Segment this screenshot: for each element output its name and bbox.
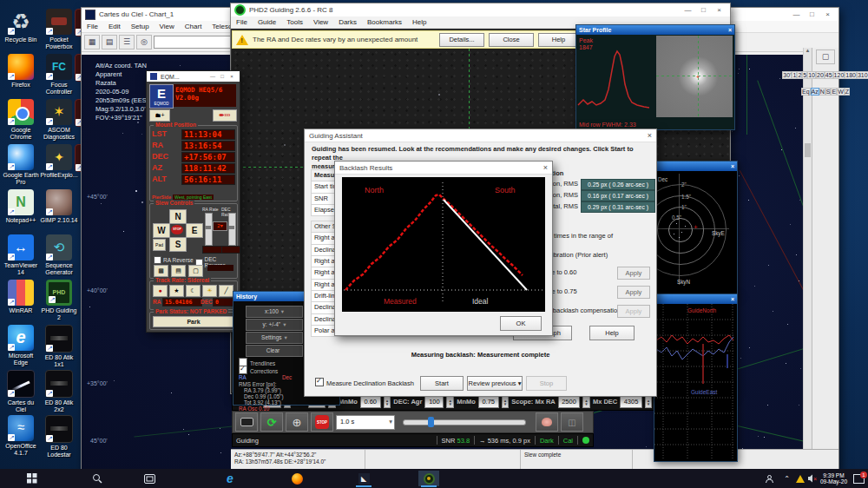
history-button-clear[interactable]: Clear xyxy=(246,345,303,357)
review-previous-dropdown[interactable]: Review previous ▾ xyxy=(467,376,523,391)
apply-button[interactable]: Apply xyxy=(617,305,650,318)
desktop-icon-openoffice-4-1-7[interactable]: OpenOffice 4.1.7 xyxy=(2,415,40,457)
backlash-titlebar[interactable]: Backlash Results× xyxy=(335,162,552,175)
fov-button-120[interactable]: 120 xyxy=(833,71,845,79)
dec-rate-slider[interactable] xyxy=(228,213,236,246)
cdc-menu-edit[interactable]: Edit xyxy=(103,21,126,32)
history-button-x[interactable]: x:100 xyxy=(246,306,303,318)
cdc-menu-view[interactable]: View xyxy=(155,21,180,32)
cdc-menu-chart[interactable]: Chart xyxy=(180,21,207,32)
ra-mnmo-input[interactable]: 0.60 xyxy=(360,395,381,408)
desktop-icon-sequence-generator[interactable]: Sequence Generator xyxy=(40,234,78,276)
eqmod-expand-button[interactable]: ✏››› xyxy=(213,109,237,122)
ra-rate-slider[interactable] xyxy=(205,213,213,246)
cdc-menu-setup[interactable]: Setup xyxy=(126,21,155,32)
measure-backlash-checkbox[interactable]: Measure Declination Backlash xyxy=(315,378,414,387)
track-lunar-button[interactable]: ☾ xyxy=(186,285,201,297)
phd2-menu-file[interactable]: File xyxy=(231,16,253,28)
desktop-icon-phd-guiding-2[interactable]: PHD Guiding 2 xyxy=(40,280,78,321)
desktop-icon-winrar[interactable]: WinRAR xyxy=(2,280,40,314)
chart-dir-button-n[interactable]: N xyxy=(819,88,825,96)
slew-option-button[interactable]: ▢ xyxy=(188,265,203,277)
desktop-icon-ed-80-lodestar[interactable]: ED 80 Lodestar xyxy=(40,415,78,458)
help-button[interactable]: Help xyxy=(538,33,579,47)
layers-icon[interactable]: ▤ xyxy=(102,35,117,49)
ga-stop-button[interactable]: Stop xyxy=(526,376,567,391)
eqmod-titlebar[interactable]: EQM... — □ × xyxy=(147,71,240,82)
ga-start-button[interactable]: Start xyxy=(420,376,464,391)
cdc-menu-file[interactable]: File xyxy=(82,21,103,32)
slew-option-button[interactable]: ▩ xyxy=(154,265,168,277)
corrections-checkbox[interactable]: Corrections xyxy=(239,366,278,374)
slew-pad-button[interactable]: Pad xyxy=(153,239,166,251)
ra-reverse-checkbox[interactable]: RA Reverse xyxy=(154,256,194,264)
close-icon[interactable]: × xyxy=(731,296,734,302)
desktop-icon-cartes-du-ciel[interactable]: Cartes du Ciel xyxy=(2,370,40,413)
taskbar-phd-button[interactable] xyxy=(418,471,439,486)
brain-button[interactable] xyxy=(536,412,558,432)
rate-dropdown[interactable]: 2▾ xyxy=(213,221,227,231)
track-solar-button[interactable]: ☀ xyxy=(202,285,217,297)
guide-graph-titlebar[interactable]: × xyxy=(654,294,737,304)
desktop-icon-google-chrome[interactable]: Google Chrome xyxy=(2,99,40,141)
slew-south-button[interactable]: S xyxy=(169,237,187,252)
volume-muted-icon[interactable]: × xyxy=(807,469,818,488)
chart-dir-button-z[interactable]: Z xyxy=(845,88,850,96)
phd2-titlebar[interactable]: PHD2 Guiding 2.6.6 - RC 8 — □ × xyxy=(231,3,730,16)
track-custom-button[interactable]: ╱ xyxy=(219,285,233,297)
desktop-icon-notepad-[interactable]: Notepad++ xyxy=(2,189,40,224)
chart-vertical-scrollbar[interactable]: ▲ xyxy=(803,48,812,450)
fov-button-30m[interactable]: 30' xyxy=(782,71,792,79)
desktop-icon-teamviewer-14[interactable]: TeamViewer 14 xyxy=(2,234,40,276)
chart-dir-button-az[interactable]: Az xyxy=(811,88,819,96)
phd2-minimize-button[interactable]: — xyxy=(681,4,695,16)
track-ra-value[interactable]: 15.04106 xyxy=(162,298,202,307)
mx-ra-spinner[interactable] xyxy=(582,395,590,408)
tray-expand-chevron[interactable]: ⌃ xyxy=(784,469,790,488)
close-icon[interactable]: × xyxy=(543,163,548,172)
desktop-icon-ed-80-atik-2x2[interactable]: ED 80 Atik 2x2 xyxy=(40,370,78,413)
exposure-dropdown[interactable]: 1.0 s▾ xyxy=(336,415,395,430)
desktop-icon-ed-80-atik-1x1[interactable]: ED 80 Atik 1x1 xyxy=(40,325,78,368)
dec-mnmo-input[interactable]: 0.75 xyxy=(478,395,499,408)
slew-option-button[interactable]: ▤ xyxy=(171,265,186,277)
camera-settings-button[interactable]: ◫ xyxy=(561,412,583,432)
phd2-menu-view[interactable]: View xyxy=(308,16,333,28)
list-icon[interactable]: ☰ xyxy=(119,35,135,49)
fov-button-310[interactable]: 310 xyxy=(857,71,868,79)
close-icon[interactable]: × xyxy=(728,27,732,33)
tray-warning-icon[interactable] xyxy=(796,469,805,488)
scrollbar-thumb[interactable] xyxy=(805,143,811,157)
taskbar-edge-button[interactable]: e xyxy=(220,471,240,486)
dec-agr-spinner[interactable] xyxy=(446,395,454,408)
people-tray-icon[interactable] xyxy=(765,469,774,488)
fov-button-45[interactable]: 45 xyxy=(825,71,833,79)
close-button[interactable]: Close xyxy=(489,33,534,47)
eqmod-setup-button[interactable]: 🖿+ xyxy=(149,109,170,122)
phd2-menu-help[interactable]: Help xyxy=(407,16,431,28)
panel-icon[interactable]: ▢ xyxy=(816,49,835,64)
cdc-maximize-button[interactable]: □ xyxy=(805,9,819,20)
search-icon[interactable]: ◎ xyxy=(136,35,152,49)
dec-agr-input[interactable]: 100 xyxy=(424,395,444,408)
phd2-menu-tools[interactable]: Tools xyxy=(281,16,308,28)
apply-button[interactable]: Apply xyxy=(617,267,650,280)
desktop-icon-microsoft-edge[interactable]: Microsoft Edge xyxy=(2,325,40,366)
track-stop-button[interactable]: ● xyxy=(153,285,168,297)
mx-ra-input[interactable]: 2500 xyxy=(558,395,580,408)
taskbar-win-button[interactable] xyxy=(22,471,43,486)
guide-button[interactable]: ⊕ xyxy=(286,412,308,432)
stop-button[interactable]: STOP xyxy=(311,412,333,432)
dither-slider[interactable] xyxy=(403,419,526,425)
camera-button[interactable] xyxy=(235,412,258,432)
ga-titlebar[interactable]: Guiding Assistant× xyxy=(305,129,656,142)
mx-dec-spinner[interactable] xyxy=(645,395,653,408)
eqmod-close-button[interactable]: × xyxy=(227,72,236,81)
clock[interactable]: 9:39 PM09-May-20 xyxy=(820,469,847,488)
slew-west-button[interactable]: W xyxy=(153,223,170,238)
details-button[interactable]: Details... xyxy=(439,33,484,47)
close-icon[interactable]: × xyxy=(731,163,734,169)
cdc-minimize-button[interactable]: — xyxy=(789,9,804,20)
ra-mnmo-spinner[interactable] xyxy=(384,395,391,408)
eqmod-maximize-button[interactable]: □ xyxy=(218,72,227,81)
